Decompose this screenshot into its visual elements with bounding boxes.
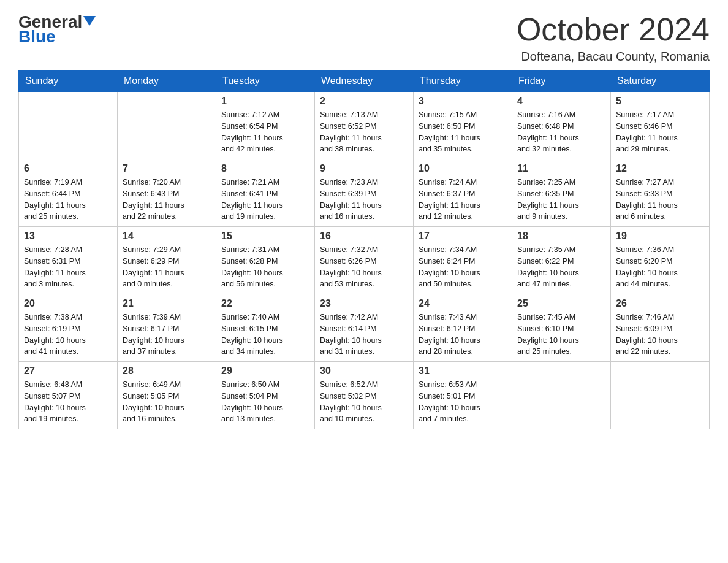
day-number: 14 [123,231,211,242]
table-row: 9Sunrise: 7:23 AM Sunset: 6:39 PM Daylig… [315,159,414,227]
table-row: 27Sunrise: 6:48 AM Sunset: 5:07 PM Dayli… [19,362,118,429]
calendar-week-row: 13Sunrise: 7:28 AM Sunset: 6:31 PM Dayli… [19,227,710,294]
table-row: 7Sunrise: 7:20 AM Sunset: 6:43 PM Daylig… [118,159,216,227]
day-number: 31 [419,366,507,377]
calendar-week-row: 1Sunrise: 7:12 AM Sunset: 6:54 PM Daylig… [19,92,710,159]
table-row: 11Sunrise: 7:25 AM Sunset: 6:35 PM Dayli… [512,159,611,227]
day-number: 21 [123,298,211,309]
table-row: 23Sunrise: 7:42 AM Sunset: 6:14 PM Dayli… [315,294,414,362]
day-number: 10 [419,163,507,174]
day-info: Sunrise: 7:21 AM Sunset: 6:41 PM Dayligh… [221,177,309,223]
day-number: 6 [24,163,112,174]
header-monday: Monday [118,71,216,92]
table-row: 21Sunrise: 7:39 AM Sunset: 6:17 PM Dayli… [118,294,216,362]
table-row [19,92,118,159]
calendar-table: Sunday Monday Tuesday Wednesday Thursday… [18,70,710,429]
day-info: Sunrise: 6:48 AM Sunset: 5:07 PM Dayligh… [24,379,112,425]
day-info: Sunrise: 7:25 AM Sunset: 6:35 PM Dayligh… [517,177,605,223]
table-row: 10Sunrise: 7:24 AM Sunset: 6:37 PM Dayli… [414,159,512,227]
day-info: Sunrise: 7:38 AM Sunset: 6:19 PM Dayligh… [24,312,112,358]
table-row: 26Sunrise: 7:46 AM Sunset: 6:09 PM Dayli… [611,294,710,362]
day-info: Sunrise: 6:50 AM Sunset: 5:04 PM Dayligh… [221,379,309,425]
table-row: 5Sunrise: 7:17 AM Sunset: 6:46 PM Daylig… [611,92,710,159]
day-info: Sunrise: 7:20 AM Sunset: 6:43 PM Dayligh… [123,177,211,223]
day-number: 23 [320,298,408,309]
day-number: 15 [221,231,309,242]
calendar-week-row: 6Sunrise: 7:19 AM Sunset: 6:44 PM Daylig… [19,159,710,227]
table-row [611,362,710,429]
table-row: 13Sunrise: 7:28 AM Sunset: 6:31 PM Dayli… [19,227,118,294]
header-wednesday: Wednesday [315,71,414,92]
day-info: Sunrise: 7:17 AM Sunset: 6:46 PM Dayligh… [616,109,704,155]
day-number: 28 [123,366,211,377]
day-number: 19 [616,231,704,242]
day-info: Sunrise: 7:28 AM Sunset: 6:31 PM Dayligh… [24,244,112,290]
table-row: 29Sunrise: 6:50 AM Sunset: 5:04 PM Dayli… [216,362,315,429]
day-number: 29 [221,366,309,377]
table-row: 16Sunrise: 7:32 AM Sunset: 6:26 PM Dayli… [315,227,414,294]
day-info: Sunrise: 7:40 AM Sunset: 6:15 PM Dayligh… [221,312,309,358]
day-number: 24 [419,298,507,309]
table-row: 4Sunrise: 7:16 AM Sunset: 6:48 PM Daylig… [512,92,611,159]
table-row [512,362,611,429]
table-row: 3Sunrise: 7:15 AM Sunset: 6:50 PM Daylig… [414,92,512,159]
day-info: Sunrise: 7:31 AM Sunset: 6:28 PM Dayligh… [221,244,309,290]
day-number: 7 [123,163,211,174]
table-row: 8Sunrise: 7:21 AM Sunset: 6:41 PM Daylig… [216,159,315,227]
day-info: Sunrise: 7:32 AM Sunset: 6:26 PM Dayligh… [320,244,408,290]
day-info: Sunrise: 7:46 AM Sunset: 6:09 PM Dayligh… [616,312,704,358]
table-row: 2Sunrise: 7:13 AM Sunset: 6:52 PM Daylig… [315,92,414,159]
day-info: Sunrise: 6:49 AM Sunset: 5:05 PM Dayligh… [123,379,211,425]
logo-blue-text: Blue [18,27,56,47]
day-number: 1 [221,96,309,107]
day-number: 18 [517,231,605,242]
day-info: Sunrise: 7:15 AM Sunset: 6:50 PM Dayligh… [419,109,507,155]
title-block: October 2024 Dofteana, Bacau County, Rom… [517,12,710,64]
day-number: 9 [320,163,408,174]
table-row: 1Sunrise: 7:12 AM Sunset: 6:54 PM Daylig… [216,92,315,159]
day-info: Sunrise: 7:19 AM Sunset: 6:44 PM Dayligh… [24,177,112,223]
header-tuesday: Tuesday [216,71,315,92]
table-row: 30Sunrise: 6:52 AM Sunset: 5:02 PM Dayli… [315,362,414,429]
day-number: 22 [221,298,309,309]
month-year-title: October 2024 [517,12,710,47]
day-number: 30 [320,366,408,377]
table-row: 20Sunrise: 7:38 AM Sunset: 6:19 PM Dayli… [19,294,118,362]
day-number: 2 [320,96,408,107]
day-number: 16 [320,231,408,242]
table-row: 19Sunrise: 7:36 AM Sunset: 6:20 PM Dayli… [611,227,710,294]
table-row: 22Sunrise: 7:40 AM Sunset: 6:15 PM Dayli… [216,294,315,362]
table-row: 17Sunrise: 7:34 AM Sunset: 6:24 PM Dayli… [414,227,512,294]
header-friday: Friday [512,71,611,92]
calendar-week-row: 27Sunrise: 6:48 AM Sunset: 5:07 PM Dayli… [19,362,710,429]
day-number: 25 [517,298,605,309]
table-row: 6Sunrise: 7:19 AM Sunset: 6:44 PM Daylig… [19,159,118,227]
table-row: 14Sunrise: 7:29 AM Sunset: 6:29 PM Dayli… [118,227,216,294]
day-number: 26 [616,298,704,309]
day-number: 11 [517,163,605,174]
calendar-header-row: Sunday Monday Tuesday Wednesday Thursday… [19,71,710,92]
day-info: Sunrise: 6:52 AM Sunset: 5:02 PM Dayligh… [320,379,408,425]
location-subtitle: Dofteana, Bacau County, Romania [517,50,710,64]
header-saturday: Saturday [611,71,710,92]
day-number: 20 [24,298,112,309]
table-row: 12Sunrise: 7:27 AM Sunset: 6:33 PM Dayli… [611,159,710,227]
table-row: 15Sunrise: 7:31 AM Sunset: 6:28 PM Dayli… [216,227,315,294]
table-row: 31Sunrise: 6:53 AM Sunset: 5:01 PM Dayli… [414,362,512,429]
day-number: 3 [419,96,507,107]
day-number: 17 [419,231,507,242]
day-info: Sunrise: 7:39 AM Sunset: 6:17 PM Dayligh… [123,312,211,358]
page-header: General Blue October 2024 Dofteana, Baca… [18,12,710,64]
day-info: Sunrise: 7:12 AM Sunset: 6:54 PM Dayligh… [221,109,309,155]
day-info: Sunrise: 7:43 AM Sunset: 6:12 PM Dayligh… [419,312,507,358]
day-info: Sunrise: 7:35 AM Sunset: 6:22 PM Dayligh… [517,244,605,290]
calendar-week-row: 20Sunrise: 7:38 AM Sunset: 6:19 PM Dayli… [19,294,710,362]
day-number: 8 [221,163,309,174]
day-info: Sunrise: 7:42 AM Sunset: 6:14 PM Dayligh… [320,312,408,358]
day-info: Sunrise: 7:16 AM Sunset: 6:48 PM Dayligh… [517,109,605,155]
day-info: Sunrise: 7:27 AM Sunset: 6:33 PM Dayligh… [616,177,704,223]
day-info: Sunrise: 7:45 AM Sunset: 6:10 PM Dayligh… [517,312,605,358]
day-number: 12 [616,163,704,174]
day-number: 5 [616,96,704,107]
day-info: Sunrise: 7:23 AM Sunset: 6:39 PM Dayligh… [320,177,408,223]
